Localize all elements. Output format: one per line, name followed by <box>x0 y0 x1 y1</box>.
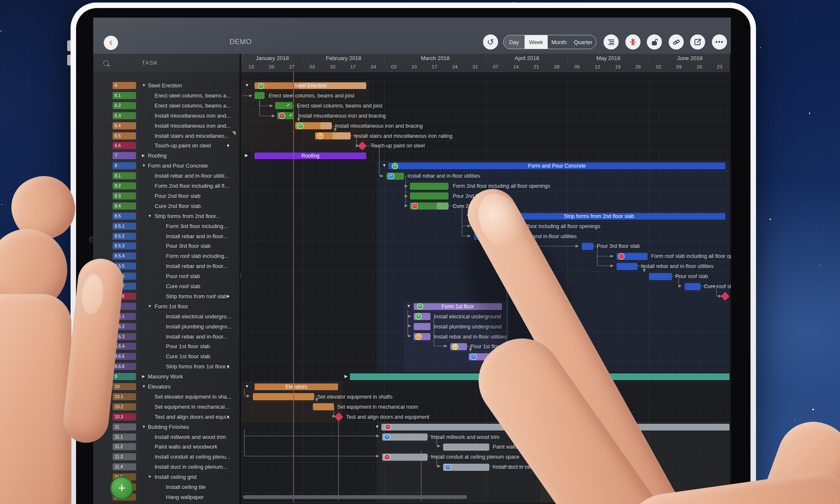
status-icon: • <box>470 354 477 360</box>
bar-label: Form and Pour Concrete <box>388 163 725 169</box>
status-icon: • <box>445 464 451 470</box>
bar-progress-segment <box>333 132 351 139</box>
status-icon: • <box>388 173 394 179</box>
bar-label: Install miscellaneous iron and bracing <box>335 123 423 129</box>
star <box>796 22 797 22</box>
disclosure-triangle-icon[interactable]: ▼ <box>245 83 249 87</box>
bar-label: Steel Erection <box>255 82 366 89</box>
status-icon: − <box>618 253 625 260</box>
star <box>595 2 595 2</box>
bar-label: Set equipment in mechanical room <box>337 404 418 410</box>
bar-label: Form roof slab including all floor openi… <box>651 253 731 260</box>
status-icon: • <box>258 83 264 89</box>
star <box>812 409 814 410</box>
star <box>760 47 761 48</box>
star <box>0 30 2 32</box>
disclosure-triangle-icon[interactable]: ▶ <box>245 153 248 158</box>
bar-label: Pour 3rd floor slab <box>597 243 640 249</box>
add-task-button[interactable]: + <box>110 476 134 500</box>
status-icon: − <box>385 424 391 430</box>
status-icon: • <box>317 133 323 139</box>
star <box>40 147 40 147</box>
bar-label: Erect steel columns, beams and joist <box>297 102 383 109</box>
task-bar[interactable] <box>582 243 593 250</box>
task-bar[interactable] <box>313 403 334 410</box>
star <box>835 106 836 107</box>
star <box>775 330 776 331</box>
star <box>794 420 795 420</box>
star <box>808 386 808 386</box>
disclosure-triangle-icon[interactable]: ▼ <box>407 304 411 308</box>
task-bar[interactable] <box>414 323 430 330</box>
bar-label: Install millwork and wood trim <box>431 434 499 441</box>
star <box>809 113 810 114</box>
bar-label: Install conduit at ceiling plenum space <box>431 454 520 460</box>
bar-label: Test and align doors and equipment <box>346 414 429 420</box>
status-icon: • <box>392 163 398 169</box>
status-icon: • <box>452 344 458 350</box>
task-bar[interactable] <box>253 393 314 400</box>
chart-scrollbar[interactable] <box>243 495 467 499</box>
star <box>820 265 821 266</box>
bar-label: Install rebar and in-floor utilities <box>641 263 714 270</box>
bar-label: Pour roof slab <box>675 273 708 280</box>
left-hand-palm <box>0 294 71 504</box>
checkmark-icon: ✓ <box>289 113 293 118</box>
status-icon: • <box>384 434 390 440</box>
star <box>816 227 817 228</box>
bar-label: Erect steel columns, beams and joist <box>269 92 354 99</box>
status-icon: − <box>384 454 390 460</box>
task-bar[interactable] <box>685 283 701 290</box>
bar-label: Roofing <box>255 152 366 159</box>
bar-label: Form 2nd floor including all floor openi… <box>453 183 550 189</box>
bar-label: Install rebar and in-floor utilities <box>407 173 480 179</box>
disclosure-triangle-icon[interactable]: ▼ <box>245 384 249 388</box>
star <box>1 204 2 205</box>
tablet-device: ‹ DEMO ↺ Day Week Month Quarter <box>71 3 756 504</box>
checkmark-icon: ✓ <box>286 102 290 108</box>
scene: { "toolbar":{ "title":"DEMO", "views":["… <box>0 0 840 504</box>
star <box>772 58 772 59</box>
bar-label: Set elevator equipment in shafts <box>318 394 393 400</box>
bar-label: Install miscellaneous iron and bracing <box>298 113 386 119</box>
task-bar[interactable] <box>410 183 449 190</box>
task-bar[interactable] <box>410 192 449 200</box>
status-icon: • <box>297 123 304 129</box>
star <box>769 218 771 220</box>
disclosure-triangle-icon[interactable]: ▶ <box>344 374 348 378</box>
bar-label: Install stairs and miscellaneous iron ra… <box>354 133 452 139</box>
disclosure-triangle-icon[interactable]: ▼ <box>382 163 386 168</box>
task-bar[interactable] <box>649 273 672 280</box>
bar-label: Touch-up paint on steel <box>370 142 425 149</box>
task-bar[interactable] <box>617 263 638 270</box>
disclosure-triangle-icon[interactable]: ▼ <box>375 424 379 429</box>
bar-label: Cure roof slab <box>704 283 731 290</box>
bar-progress-segment <box>437 202 449 210</box>
today-line <box>293 71 294 502</box>
star <box>835 288 835 289</box>
task-bar[interactable] <box>443 444 489 451</box>
task-bar[interactable] <box>255 92 265 99</box>
bar-progress-segment <box>320 122 332 129</box>
star <box>817 90 817 90</box>
status-icon: • <box>415 333 422 340</box>
bar-label: Elevators <box>255 383 338 390</box>
